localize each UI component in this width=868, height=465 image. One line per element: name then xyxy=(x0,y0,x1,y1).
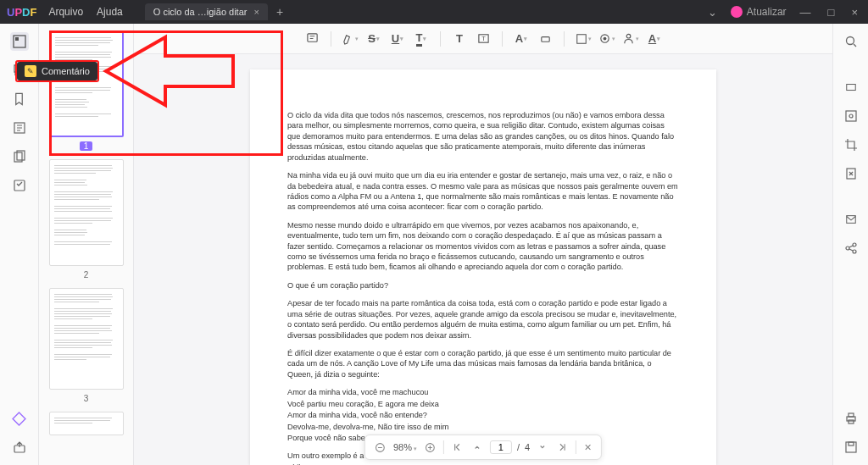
page-sep: / xyxy=(517,442,520,452)
thumbnail-3[interactable]: 3 xyxy=(49,288,124,405)
document-page: O ciclo da vida dita que todos nós nasce… xyxy=(250,69,716,465)
page-input[interactable] xyxy=(490,440,512,454)
svg-point-17 xyxy=(846,37,854,45)
app-logo: UPDF xyxy=(7,6,36,19)
title-bar: UPDF Arquivo Ajuda O ciclo da …igião dit… xyxy=(0,0,868,24)
search-icon[interactable] xyxy=(842,32,860,51)
tab-bar: O ciclo da …igião ditar × + xyxy=(145,3,283,20)
pencil-tool[interactable]: A▾ xyxy=(511,29,531,49)
verse-line: Devolva-me, devolva-me, Não tire isso de… xyxy=(287,422,679,432)
document-area: ▾ S▾ U▾ T▾ T T A▾ ▾ ▾ ▾ A▾ O ciclo da vi… xyxy=(134,24,832,465)
font-tool[interactable]: A▾ xyxy=(644,29,665,49)
fit-width-icon[interactable] xyxy=(842,78,860,97)
minimize-button[interactable]: — xyxy=(797,6,815,19)
svg-text:T: T xyxy=(481,35,486,42)
menu-file[interactable]: Arquivo xyxy=(48,6,83,18)
svg-rect-22 xyxy=(846,216,855,224)
svg-rect-29 xyxy=(846,442,856,452)
thumb-number: 2 xyxy=(84,270,89,280)
new-tab-button[interactable]: + xyxy=(276,5,283,19)
zoom-value[interactable]: 98%▾ xyxy=(393,442,417,452)
eraser-tool-icon[interactable] xyxy=(535,29,555,49)
edit-tool-icon[interactable] xyxy=(10,119,29,137)
close-bar-icon[interactable]: ✕ xyxy=(581,442,594,453)
svg-point-20 xyxy=(849,114,853,118)
paragraph: O ciclo da vida dita que todos nós nasce… xyxy=(287,110,679,163)
svg-rect-27 xyxy=(849,413,854,417)
zoom-in-icon[interactable] xyxy=(422,442,438,453)
crop-icon[interactable] xyxy=(842,136,860,154)
next-page-icon[interactable] xyxy=(535,442,550,452)
svg-rect-10 xyxy=(541,37,548,42)
first-page-icon[interactable] xyxy=(449,442,465,452)
svg-point-25 xyxy=(853,250,856,253)
thumbnail-1[interactable]: 1 xyxy=(49,30,124,152)
underline-tool[interactable]: U▾ xyxy=(387,29,408,49)
zoom-out-icon[interactable] xyxy=(372,442,388,453)
text-tool[interactable]: T xyxy=(449,29,470,49)
email-icon[interactable] xyxy=(842,210,860,229)
thumbnail-4[interactable] xyxy=(49,412,124,435)
thumbnails-tool-icon[interactable] xyxy=(10,32,29,51)
paragraph: Na minha vida eu já ouvi muito que um di… xyxy=(287,170,679,213)
svg-rect-30 xyxy=(849,442,854,446)
compress-icon[interactable] xyxy=(842,164,860,183)
svg-point-14 xyxy=(626,34,631,38)
thumb-number: 3 xyxy=(84,394,89,403)
close-window-button[interactable]: × xyxy=(848,6,861,19)
share-icon[interactable] xyxy=(842,239,860,257)
stamp-tool-icon[interactable]: ▾ xyxy=(597,29,617,49)
avatar-icon xyxy=(731,6,743,18)
maximize-button[interactable]: □ xyxy=(825,6,838,19)
highlight-icon[interactable]: ▾ xyxy=(340,29,360,49)
document-tab[interactable]: O ciclo da …igião ditar × xyxy=(145,3,268,20)
svg-rect-7 xyxy=(307,34,316,42)
shape-tool-icon[interactable]: ▾ xyxy=(573,29,593,49)
svg-rect-18 xyxy=(846,85,855,91)
thumbnail-panel: 1 2 xyxy=(39,24,134,465)
signature-tool-icon[interactable]: ▾ xyxy=(620,29,641,49)
paragraph: O que é um coração partido? xyxy=(287,280,679,291)
verse-line: Amor da minha vida, você não entende? xyxy=(287,410,679,420)
right-toolbar xyxy=(832,24,868,465)
export-tool-icon[interactable] xyxy=(10,438,29,457)
page-control-bar: 98%▾ / 4 ✕ xyxy=(364,435,602,460)
print-icon[interactable] xyxy=(842,409,860,428)
svg-point-24 xyxy=(853,243,856,246)
note-icon[interactable] xyxy=(302,29,322,49)
user-badge[interactable]: Atualizar xyxy=(731,6,787,18)
update-label: Atualizar xyxy=(747,6,787,18)
paragraph: Mesmo nesse mundo doido e ultrarrápido e… xyxy=(287,220,679,273)
strikethrough-tool[interactable]: S▾ xyxy=(364,29,384,49)
verse-line: Você partiu meu coração, E agora me deix… xyxy=(287,399,679,409)
svg-rect-5 xyxy=(14,180,25,191)
verse-line: Amor da minha vida, você me machucou xyxy=(287,387,679,397)
bookmark-tool-icon[interactable] xyxy=(10,90,29,108)
chevron-down-icon[interactable]: ⌄ xyxy=(704,6,721,19)
textbox-tool-icon[interactable]: T xyxy=(473,29,493,49)
page-viewport[interactable]: O ciclo da vida dita que todos nós nasce… xyxy=(134,54,832,465)
svg-point-13 xyxy=(604,37,607,41)
menu-help[interactable]: Ajuda xyxy=(97,6,123,18)
ocr-icon[interactable] xyxy=(842,107,860,125)
paragraph: É difícil dizer exatamente o que é estar… xyxy=(287,348,679,379)
last-page-icon[interactable] xyxy=(555,442,570,452)
svg-rect-11 xyxy=(576,34,586,43)
prev-page-icon[interactable] xyxy=(470,442,485,452)
page-total: 4 xyxy=(525,442,530,452)
comment-tool-icon[interactable] xyxy=(10,61,29,80)
squiggly-tool[interactable]: T▾ xyxy=(411,29,431,49)
pages-tool-icon[interactable] xyxy=(10,147,29,166)
save-icon[interactable] xyxy=(842,438,860,457)
premium-icon[interactable] xyxy=(10,409,29,428)
annotation-toolbar: ▾ S▾ U▾ T▾ T T A▾ ▾ ▾ ▾ A▾ xyxy=(134,24,832,54)
form-tool-icon[interactable] xyxy=(10,176,29,195)
svg-rect-1 xyxy=(15,37,19,41)
svg-rect-19 xyxy=(846,111,856,121)
thumb-number: 1 xyxy=(80,141,93,151)
close-tab-icon[interactable]: × xyxy=(253,7,259,17)
paragraph: Apesar de ter focado mais na parte român… xyxy=(287,298,679,340)
left-toolbar xyxy=(0,24,39,465)
svg-point-23 xyxy=(846,246,849,250)
thumbnail-2[interactable]: 2 xyxy=(49,159,124,281)
